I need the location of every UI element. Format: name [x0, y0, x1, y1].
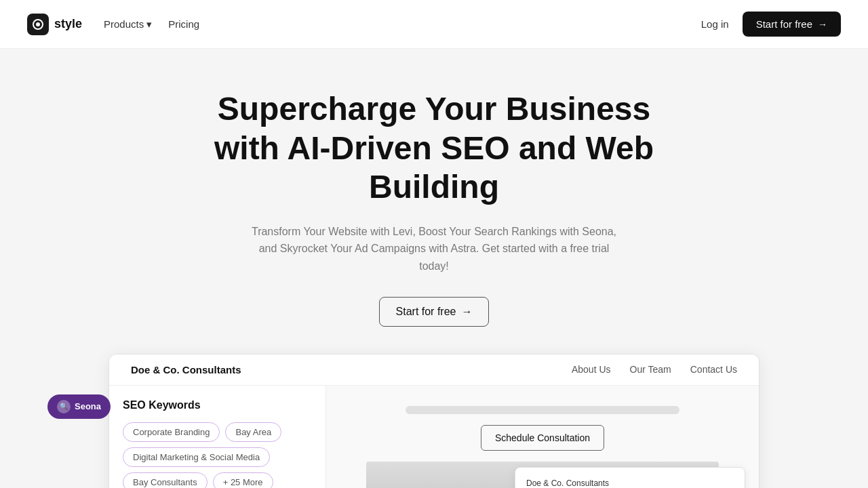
- nav-products[interactable]: Products ▾: [104, 18, 152, 30]
- start-free-button[interactable]: Start for free →: [743, 12, 841, 37]
- login-link[interactable]: Log in: [701, 18, 729, 30]
- seona-badge: 🔍 Seona: [47, 394, 111, 419]
- demo-nav-team[interactable]: Our Team: [630, 364, 671, 375]
- seo-keywords-panel: SEO Keywords Corporate Branding Bay Area…: [109, 386, 326, 488]
- demo-nav-links: About Us Our Team Contact Us: [572, 364, 737, 375]
- demo-brand: Doe & Co. Consultants: [131, 364, 241, 375]
- search-result-brand: Doe & Co. Consultants: [526, 479, 734, 488]
- svg-point-1: [36, 22, 40, 26]
- demo-nav-contact[interactable]: Contact Us: [690, 364, 737, 375]
- search-result-card: Doe & Co. Consultants bayareacorporate.c…: [515, 467, 745, 488]
- keyword-bay-area: Bay Area: [225, 422, 281, 442]
- hero-subtext: Transform Your Website with Levi, Boost …: [244, 223, 624, 275]
- nav-left: style Products ▾ Pricing: [27, 14, 199, 35]
- seona-label: Seona: [75, 401, 101, 411]
- logo[interactable]: style: [27, 14, 82, 35]
- nav-links: Products ▾ Pricing: [104, 18, 199, 30]
- demo-nav-about[interactable]: About Us: [572, 364, 611, 375]
- keywords-grid: Corporate Branding Bay Area Digital Mark…: [123, 422, 312, 488]
- hero-section: Supercharge Your Business with AI-Driven…: [0, 49, 868, 354]
- keyword-digital-marketing: Digital Marketing & Social Media: [123, 447, 270, 467]
- seo-keywords-title: SEO Keywords: [123, 399, 312, 411]
- keyword-bay-consultants: Bay Consultants: [123, 472, 208, 488]
- main-nav: style Products ▾ Pricing Log in Start fo…: [0, 0, 868, 49]
- chevron-down-icon: ▾: [146, 18, 152, 30]
- nav-pricing[interactable]: Pricing: [168, 18, 199, 30]
- demo-body: SEO Keywords Corporate Branding Bay Area…: [109, 386, 759, 488]
- seona-icon: 🔍: [57, 400, 71, 413]
- arrow-icon: →: [461, 306, 472, 318]
- hero-heading: Supercharge Your Business with AI-Driven…: [197, 89, 671, 207]
- logo-icon: [27, 14, 49, 35]
- schedule-consultation-button[interactable]: Schedule Consultation: [481, 425, 604, 451]
- arrow-icon: →: [818, 19, 827, 30]
- keyword-more[interactable]: + 25 More: [213, 472, 273, 488]
- keyword-corporate-branding: Corporate Branding: [123, 422, 220, 442]
- nav-right: Log in Start for free →: [701, 12, 841, 37]
- hero-cta-button[interactable]: Start for free →: [379, 297, 490, 327]
- demo-hero-bar: [406, 406, 680, 414]
- demo-window: Doe & Co. Consultants About Us Our Team …: [108, 354, 760, 488]
- logo-text: style: [54, 17, 82, 31]
- demo-hero-area: Schedule Consultation Doe & Co. Consulta…: [326, 386, 759, 488]
- demo-nav: Doe & Co. Consultants About Us Our Team …: [109, 354, 759, 386]
